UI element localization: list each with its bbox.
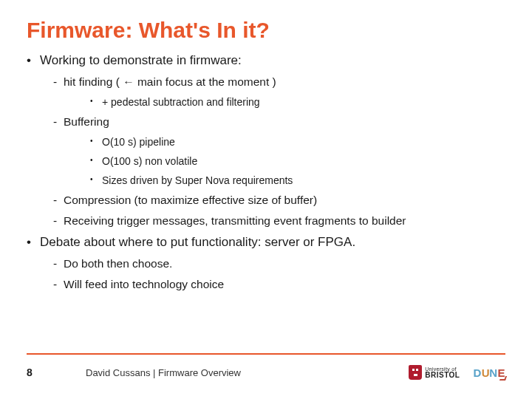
sub-hit-finding: hit finding ( ← main focus at the moment… — [53, 75, 505, 108]
subsub-pipeline: O(10 s) pipeline — [90, 136, 505, 148]
bristol-line2: BRISTOL — [425, 372, 460, 379]
subsub-pedestal: + pedestal subtraction and filtering — [90, 96, 505, 108]
bullet-text: Debate about where to put functionality:… — [40, 235, 355, 249]
sub-do-both: Do both then choose. — [53, 257, 505, 270]
sublist: Do both then choose. Will feed into tech… — [53, 257, 505, 291]
sub-buffering: Buffering O(10 s) pipeline O(100 s) non … — [53, 115, 505, 186]
subsublist: O(10 s) pipeline O(100 s) non volatile S… — [90, 136, 505, 186]
bristol-crest-icon — [409, 365, 422, 380]
sublist: hit finding ( ← main focus at the moment… — [53, 75, 505, 228]
footer: 8 David Cussans | Firmware Overview Univ… — [27, 353, 505, 383]
sub-compression: Compression (to maximize effective size … — [53, 194, 505, 207]
bristol-wordmark: University of BRISTOL — [425, 366, 460, 379]
bullet-working: Working to demonstrate in firmware: hit … — [27, 53, 505, 228]
bullet-text: Buffering — [64, 115, 109, 128]
dune-logo: D U N E — [473, 366, 505, 379]
logos: University of BRISTOL D U N E — [409, 365, 505, 380]
subsub-nonvolatile: O(100 s) non volatile — [90, 155, 505, 167]
dune-n: N — [489, 366, 497, 379]
subsublist: + pedestal subtraction and filtering — [90, 96, 505, 108]
bristol-logo: University of BRISTOL — [409, 365, 460, 380]
subsub-sizes: Sizes driven by Super Nova requirements — [90, 174, 505, 186]
sub-receiving: Receiving trigger messages, transmitting… — [53, 214, 505, 228]
slide-title: Firmware: What's In it? — [27, 18, 505, 43]
bullet-text: hit finding ( ← main focus at the moment… — [64, 75, 276, 88]
bullet-debate: Debate about where to put functionality:… — [27, 235, 505, 291]
dune-d: D — [473, 366, 481, 379]
footer-row: 8 David Cussans | Firmware Overview Univ… — [27, 362, 505, 383]
bullet-text: Working to demonstrate in firmware: — [40, 53, 242, 67]
footer-rule — [27, 353, 505, 355]
page-number: 8 — [27, 366, 86, 378]
sub-will-feed: Will feed into technology choice — [53, 278, 505, 291]
content-list: Working to demonstrate in firmware: hit … — [27, 53, 505, 291]
slide: Firmware: What's In it? Working to demon… — [0, 0, 532, 399]
dune-e: E — [497, 366, 505, 379]
footer-text: David Cussans | Firmware Overview — [86, 367, 409, 378]
